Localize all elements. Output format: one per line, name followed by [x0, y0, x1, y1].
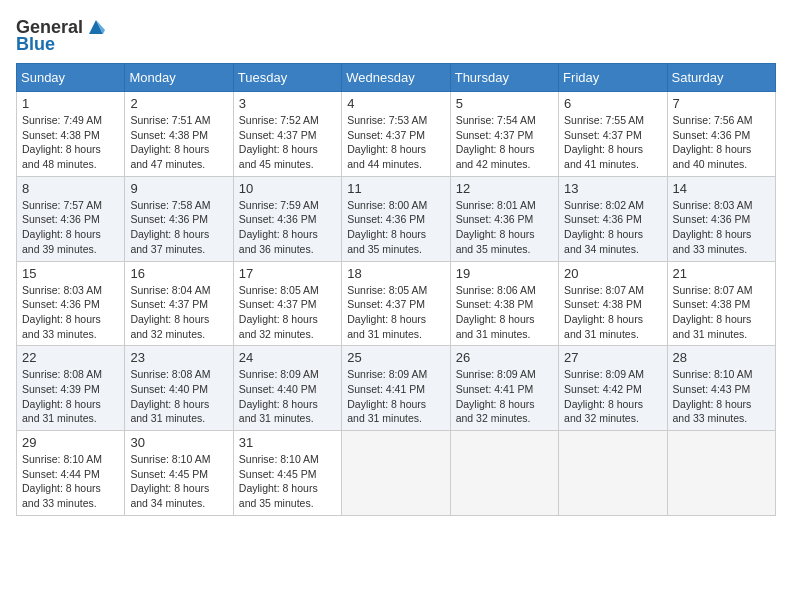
- day-info: Sunrise: 7:58 AMSunset: 4:36 PMDaylight:…: [130, 198, 227, 257]
- day-number: 9: [130, 181, 227, 196]
- day-number: 27: [564, 350, 661, 365]
- calendar-cell: [559, 431, 667, 516]
- calendar-week-row: 1Sunrise: 7:49 AMSunset: 4:38 PMDaylight…: [17, 92, 776, 177]
- header-monday: Monday: [125, 64, 233, 92]
- day-number: 23: [130, 350, 227, 365]
- day-number: 13: [564, 181, 661, 196]
- calendar-week-row: 29Sunrise: 8:10 AMSunset: 4:44 PMDayligh…: [17, 431, 776, 516]
- calendar-week-row: 15Sunrise: 8:03 AMSunset: 4:36 PMDayligh…: [17, 261, 776, 346]
- day-info: Sunrise: 8:03 AMSunset: 4:36 PMDaylight:…: [22, 283, 119, 342]
- calendar-cell: 27Sunrise: 8:09 AMSunset: 4:42 PMDayligh…: [559, 346, 667, 431]
- calendar-cell: 19Sunrise: 8:06 AMSunset: 4:38 PMDayligh…: [450, 261, 558, 346]
- calendar-cell: [667, 431, 775, 516]
- day-number: 25: [347, 350, 444, 365]
- calendar-cell: 17Sunrise: 8:05 AMSunset: 4:37 PMDayligh…: [233, 261, 341, 346]
- calendar-cell: 24Sunrise: 8:09 AMSunset: 4:40 PMDayligh…: [233, 346, 341, 431]
- day-number: 8: [22, 181, 119, 196]
- calendar-cell: 9Sunrise: 7:58 AMSunset: 4:36 PMDaylight…: [125, 176, 233, 261]
- day-number: 4: [347, 96, 444, 111]
- day-info: Sunrise: 8:09 AMSunset: 4:41 PMDaylight:…: [347, 367, 444, 426]
- day-info: Sunrise: 8:05 AMSunset: 4:37 PMDaylight:…: [347, 283, 444, 342]
- day-info: Sunrise: 8:10 AMSunset: 4:43 PMDaylight:…: [673, 367, 770, 426]
- calendar-week-row: 8Sunrise: 7:57 AMSunset: 4:36 PMDaylight…: [17, 176, 776, 261]
- calendar-cell: 23Sunrise: 8:08 AMSunset: 4:40 PMDayligh…: [125, 346, 233, 431]
- calendar-cell: 3Sunrise: 7:52 AMSunset: 4:37 PMDaylight…: [233, 92, 341, 177]
- day-info: Sunrise: 8:02 AMSunset: 4:36 PMDaylight:…: [564, 198, 661, 257]
- day-number: 2: [130, 96, 227, 111]
- day-info: Sunrise: 8:07 AMSunset: 4:38 PMDaylight:…: [564, 283, 661, 342]
- day-info: Sunrise: 7:55 AMSunset: 4:37 PMDaylight:…: [564, 113, 661, 172]
- logo-icon: [85, 16, 107, 38]
- calendar-cell: 20Sunrise: 8:07 AMSunset: 4:38 PMDayligh…: [559, 261, 667, 346]
- calendar-cell: 29Sunrise: 8:10 AMSunset: 4:44 PMDayligh…: [17, 431, 125, 516]
- calendar-cell: 16Sunrise: 8:04 AMSunset: 4:37 PMDayligh…: [125, 261, 233, 346]
- calendar-cell: 13Sunrise: 8:02 AMSunset: 4:36 PMDayligh…: [559, 176, 667, 261]
- day-info: Sunrise: 8:05 AMSunset: 4:37 PMDaylight:…: [239, 283, 336, 342]
- day-number: 31: [239, 435, 336, 450]
- day-info: Sunrise: 8:01 AMSunset: 4:36 PMDaylight:…: [456, 198, 553, 257]
- calendar-cell: 8Sunrise: 7:57 AMSunset: 4:36 PMDaylight…: [17, 176, 125, 261]
- day-number: 21: [673, 266, 770, 281]
- day-info: Sunrise: 8:00 AMSunset: 4:36 PMDaylight:…: [347, 198, 444, 257]
- day-info: Sunrise: 7:52 AMSunset: 4:37 PMDaylight:…: [239, 113, 336, 172]
- day-info: Sunrise: 8:07 AMSunset: 4:38 PMDaylight:…: [673, 283, 770, 342]
- day-number: 28: [673, 350, 770, 365]
- day-number: 20: [564, 266, 661, 281]
- calendar-table: SundayMondayTuesdayWednesdayThursdayFrid…: [16, 63, 776, 516]
- day-info: Sunrise: 8:10 AMSunset: 4:44 PMDaylight:…: [22, 452, 119, 511]
- header-thursday: Thursday: [450, 64, 558, 92]
- calendar-cell: 18Sunrise: 8:05 AMSunset: 4:37 PMDayligh…: [342, 261, 450, 346]
- day-number: 12: [456, 181, 553, 196]
- calendar-cell: [342, 431, 450, 516]
- day-info: Sunrise: 7:54 AMSunset: 4:37 PMDaylight:…: [456, 113, 553, 172]
- day-info: Sunrise: 8:09 AMSunset: 4:41 PMDaylight:…: [456, 367, 553, 426]
- calendar-cell: 1Sunrise: 7:49 AMSunset: 4:38 PMDaylight…: [17, 92, 125, 177]
- calendar-cell: 28Sunrise: 8:10 AMSunset: 4:43 PMDayligh…: [667, 346, 775, 431]
- calendar-cell: 12Sunrise: 8:01 AMSunset: 4:36 PMDayligh…: [450, 176, 558, 261]
- day-info: Sunrise: 7:59 AMSunset: 4:36 PMDaylight:…: [239, 198, 336, 257]
- day-info: Sunrise: 7:51 AMSunset: 4:38 PMDaylight:…: [130, 113, 227, 172]
- day-info: Sunrise: 8:10 AMSunset: 4:45 PMDaylight:…: [130, 452, 227, 511]
- day-number: 22: [22, 350, 119, 365]
- calendar-cell: 14Sunrise: 8:03 AMSunset: 4:36 PMDayligh…: [667, 176, 775, 261]
- calendar-cell: 25Sunrise: 8:09 AMSunset: 4:41 PMDayligh…: [342, 346, 450, 431]
- day-number: 30: [130, 435, 227, 450]
- calendar-cell: 5Sunrise: 7:54 AMSunset: 4:37 PMDaylight…: [450, 92, 558, 177]
- day-number: 7: [673, 96, 770, 111]
- day-info: Sunrise: 7:49 AMSunset: 4:38 PMDaylight:…: [22, 113, 119, 172]
- calendar-header-row: SundayMondayTuesdayWednesdayThursdayFrid…: [17, 64, 776, 92]
- header-wednesday: Wednesday: [342, 64, 450, 92]
- day-number: 3: [239, 96, 336, 111]
- calendar-cell: [450, 431, 558, 516]
- day-info: Sunrise: 8:09 AMSunset: 4:40 PMDaylight:…: [239, 367, 336, 426]
- calendar-cell: 15Sunrise: 8:03 AMSunset: 4:36 PMDayligh…: [17, 261, 125, 346]
- day-number: 26: [456, 350, 553, 365]
- logo: General Blue: [16, 16, 107, 55]
- calendar-cell: 4Sunrise: 7:53 AMSunset: 4:37 PMDaylight…: [342, 92, 450, 177]
- day-number: 15: [22, 266, 119, 281]
- day-number: 14: [673, 181, 770, 196]
- calendar-cell: 21Sunrise: 8:07 AMSunset: 4:38 PMDayligh…: [667, 261, 775, 346]
- calendar-cell: 26Sunrise: 8:09 AMSunset: 4:41 PMDayligh…: [450, 346, 558, 431]
- header-saturday: Saturday: [667, 64, 775, 92]
- day-info: Sunrise: 8:06 AMSunset: 4:38 PMDaylight:…: [456, 283, 553, 342]
- day-number: 1: [22, 96, 119, 111]
- day-info: Sunrise: 8:09 AMSunset: 4:42 PMDaylight:…: [564, 367, 661, 426]
- day-number: 5: [456, 96, 553, 111]
- day-number: 16: [130, 266, 227, 281]
- header-friday: Friday: [559, 64, 667, 92]
- calendar-cell: 30Sunrise: 8:10 AMSunset: 4:45 PMDayligh…: [125, 431, 233, 516]
- day-info: Sunrise: 8:04 AMSunset: 4:37 PMDaylight:…: [130, 283, 227, 342]
- day-info: Sunrise: 8:03 AMSunset: 4:36 PMDaylight:…: [673, 198, 770, 257]
- day-info: Sunrise: 8:08 AMSunset: 4:39 PMDaylight:…: [22, 367, 119, 426]
- day-info: Sunrise: 7:57 AMSunset: 4:36 PMDaylight:…: [22, 198, 119, 257]
- calendar-cell: 2Sunrise: 7:51 AMSunset: 4:38 PMDaylight…: [125, 92, 233, 177]
- day-number: 10: [239, 181, 336, 196]
- calendar-cell: 31Sunrise: 8:10 AMSunset: 4:45 PMDayligh…: [233, 431, 341, 516]
- calendar-cell: 7Sunrise: 7:56 AMSunset: 4:36 PMDaylight…: [667, 92, 775, 177]
- header-sunday: Sunday: [17, 64, 125, 92]
- day-number: 11: [347, 181, 444, 196]
- day-info: Sunrise: 8:08 AMSunset: 4:40 PMDaylight:…: [130, 367, 227, 426]
- calendar-cell: 11Sunrise: 8:00 AMSunset: 4:36 PMDayligh…: [342, 176, 450, 261]
- calendar-cell: 6Sunrise: 7:55 AMSunset: 4:37 PMDaylight…: [559, 92, 667, 177]
